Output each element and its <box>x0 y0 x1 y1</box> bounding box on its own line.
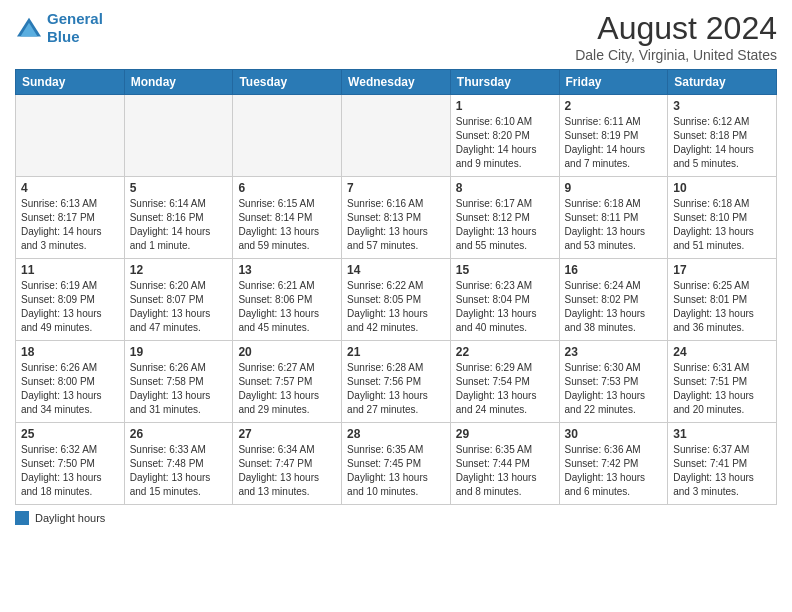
calendar-day-header: Saturday <box>668 70 777 95</box>
cell-date: 16 <box>565 263 663 277</box>
calendar-week-row: 4Sunrise: 6:13 AM Sunset: 8:17 PM Daylig… <box>16 177 777 259</box>
cell-info: Sunrise: 6:19 AM Sunset: 8:09 PM Dayligh… <box>21 279 119 335</box>
cell-date: 1 <box>456 99 554 113</box>
cell-info: Sunrise: 6:34 AM Sunset: 7:47 PM Dayligh… <box>238 443 336 499</box>
cell-info: Sunrise: 6:36 AM Sunset: 7:42 PM Dayligh… <box>565 443 663 499</box>
calendar-cell: 18Sunrise: 6:26 AM Sunset: 8:00 PM Dayli… <box>16 341 125 423</box>
cell-info: Sunrise: 6:29 AM Sunset: 7:54 PM Dayligh… <box>456 361 554 417</box>
cell-info: Sunrise: 6:22 AM Sunset: 8:05 PM Dayligh… <box>347 279 445 335</box>
calendar-cell: 4Sunrise: 6:13 AM Sunset: 8:17 PM Daylig… <box>16 177 125 259</box>
calendar-week-row: 11Sunrise: 6:19 AM Sunset: 8:09 PM Dayli… <box>16 259 777 341</box>
calendar-cell: 16Sunrise: 6:24 AM Sunset: 8:02 PM Dayli… <box>559 259 668 341</box>
calendar-cell: 29Sunrise: 6:35 AM Sunset: 7:44 PM Dayli… <box>450 423 559 505</box>
calendar-day-header: Monday <box>124 70 233 95</box>
calendar-cell: 13Sunrise: 6:21 AM Sunset: 8:06 PM Dayli… <box>233 259 342 341</box>
cell-date: 12 <box>130 263 228 277</box>
cell-date: 8 <box>456 181 554 195</box>
logo-icon <box>15 16 43 40</box>
cell-info: Sunrise: 6:13 AM Sunset: 8:17 PM Dayligh… <box>21 197 119 253</box>
cell-date: 13 <box>238 263 336 277</box>
cell-date: 18 <box>21 345 119 359</box>
cell-info: Sunrise: 6:14 AM Sunset: 8:16 PM Dayligh… <box>130 197 228 253</box>
calendar-cell: 26Sunrise: 6:33 AM Sunset: 7:48 PM Dayli… <box>124 423 233 505</box>
cell-info: Sunrise: 6:35 AM Sunset: 7:45 PM Dayligh… <box>347 443 445 499</box>
calendar-cell: 17Sunrise: 6:25 AM Sunset: 8:01 PM Dayli… <box>668 259 777 341</box>
legend: Daylight hours <box>15 511 777 525</box>
calendar-week-row: 1Sunrise: 6:10 AM Sunset: 8:20 PM Daylig… <box>16 95 777 177</box>
cell-date: 26 <box>130 427 228 441</box>
logo-blue: Blue <box>47 28 80 45</box>
cell-info: Sunrise: 6:18 AM Sunset: 8:11 PM Dayligh… <box>565 197 663 253</box>
cell-info: Sunrise: 6:26 AM Sunset: 8:00 PM Dayligh… <box>21 361 119 417</box>
calendar-cell: 19Sunrise: 6:26 AM Sunset: 7:58 PM Dayli… <box>124 341 233 423</box>
cell-date: 15 <box>456 263 554 277</box>
cell-date: 7 <box>347 181 445 195</box>
cell-date: 21 <box>347 345 445 359</box>
calendar-cell: 21Sunrise: 6:28 AM Sunset: 7:56 PM Dayli… <box>342 341 451 423</box>
calendar-cell: 28Sunrise: 6:35 AM Sunset: 7:45 PM Dayli… <box>342 423 451 505</box>
cell-date: 4 <box>21 181 119 195</box>
cell-date: 2 <box>565 99 663 113</box>
logo-general: General <box>47 10 103 27</box>
header-area: General Blue August 2024 Dale City, Virg… <box>15 10 777 63</box>
cell-date: 14 <box>347 263 445 277</box>
cell-info: Sunrise: 6:15 AM Sunset: 8:14 PM Dayligh… <box>238 197 336 253</box>
logo: General Blue <box>15 10 103 46</box>
cell-info: Sunrise: 6:11 AM Sunset: 8:19 PM Dayligh… <box>565 115 663 171</box>
cell-date: 10 <box>673 181 771 195</box>
cell-date: 6 <box>238 181 336 195</box>
cell-info: Sunrise: 6:31 AM Sunset: 7:51 PM Dayligh… <box>673 361 771 417</box>
calendar-week-row: 25Sunrise: 6:32 AM Sunset: 7:50 PM Dayli… <box>16 423 777 505</box>
cell-date: 22 <box>456 345 554 359</box>
cell-date: 23 <box>565 345 663 359</box>
calendar-cell: 10Sunrise: 6:18 AM Sunset: 8:10 PM Dayli… <box>668 177 777 259</box>
calendar-day-header: Wednesday <box>342 70 451 95</box>
cell-info: Sunrise: 6:16 AM Sunset: 8:13 PM Dayligh… <box>347 197 445 253</box>
calendar-cell: 5Sunrise: 6:14 AM Sunset: 8:16 PM Daylig… <box>124 177 233 259</box>
calendar-cell <box>16 95 125 177</box>
calendar-cell: 12Sunrise: 6:20 AM Sunset: 8:07 PM Dayli… <box>124 259 233 341</box>
calendar-cell: 22Sunrise: 6:29 AM Sunset: 7:54 PM Dayli… <box>450 341 559 423</box>
cell-info: Sunrise: 6:18 AM Sunset: 8:10 PM Dayligh… <box>673 197 771 253</box>
calendar-cell: 30Sunrise: 6:36 AM Sunset: 7:42 PM Dayli… <box>559 423 668 505</box>
cell-info: Sunrise: 6:10 AM Sunset: 8:20 PM Dayligh… <box>456 115 554 171</box>
cell-date: 31 <box>673 427 771 441</box>
calendar-cell: 25Sunrise: 6:32 AM Sunset: 7:50 PM Dayli… <box>16 423 125 505</box>
cell-date: 17 <box>673 263 771 277</box>
title-area: August 2024 Dale City, Virginia, United … <box>575 10 777 63</box>
cell-info: Sunrise: 6:17 AM Sunset: 8:12 PM Dayligh… <box>456 197 554 253</box>
cell-info: Sunrise: 6:30 AM Sunset: 7:53 PM Dayligh… <box>565 361 663 417</box>
cell-date: 30 <box>565 427 663 441</box>
calendar-cell: 31Sunrise: 6:37 AM Sunset: 7:41 PM Dayli… <box>668 423 777 505</box>
calendar: SundayMondayTuesdayWednesdayThursdayFrid… <box>15 69 777 505</box>
cell-date: 3 <box>673 99 771 113</box>
location-title: Dale City, Virginia, United States <box>575 47 777 63</box>
cell-info: Sunrise: 6:23 AM Sunset: 8:04 PM Dayligh… <box>456 279 554 335</box>
calendar-day-header: Sunday <box>16 70 125 95</box>
calendar-cell: 7Sunrise: 6:16 AM Sunset: 8:13 PM Daylig… <box>342 177 451 259</box>
cell-info: Sunrise: 6:28 AM Sunset: 7:56 PM Dayligh… <box>347 361 445 417</box>
logo-text: General Blue <box>47 10 103 46</box>
cell-info: Sunrise: 6:24 AM Sunset: 8:02 PM Dayligh… <box>565 279 663 335</box>
calendar-cell: 27Sunrise: 6:34 AM Sunset: 7:47 PM Dayli… <box>233 423 342 505</box>
calendar-cell: 3Sunrise: 6:12 AM Sunset: 8:18 PM Daylig… <box>668 95 777 177</box>
calendar-cell: 1Sunrise: 6:10 AM Sunset: 8:20 PM Daylig… <box>450 95 559 177</box>
cell-date: 20 <box>238 345 336 359</box>
calendar-cell: 24Sunrise: 6:31 AM Sunset: 7:51 PM Dayli… <box>668 341 777 423</box>
cell-date: 25 <box>21 427 119 441</box>
cell-date: 11 <box>21 263 119 277</box>
calendar-cell: 15Sunrise: 6:23 AM Sunset: 8:04 PM Dayli… <box>450 259 559 341</box>
month-title: August 2024 <box>575 10 777 47</box>
cell-info: Sunrise: 6:26 AM Sunset: 7:58 PM Dayligh… <box>130 361 228 417</box>
cell-info: Sunrise: 6:21 AM Sunset: 8:06 PM Dayligh… <box>238 279 336 335</box>
calendar-cell: 2Sunrise: 6:11 AM Sunset: 8:19 PM Daylig… <box>559 95 668 177</box>
cell-info: Sunrise: 6:12 AM Sunset: 8:18 PM Dayligh… <box>673 115 771 171</box>
cell-date: 24 <box>673 345 771 359</box>
cell-info: Sunrise: 6:35 AM Sunset: 7:44 PM Dayligh… <box>456 443 554 499</box>
calendar-cell: 20Sunrise: 6:27 AM Sunset: 7:57 PM Dayli… <box>233 341 342 423</box>
calendar-cell: 6Sunrise: 6:15 AM Sunset: 8:14 PM Daylig… <box>233 177 342 259</box>
cell-date: 19 <box>130 345 228 359</box>
cell-date: 29 <box>456 427 554 441</box>
calendar-cell: 9Sunrise: 6:18 AM Sunset: 8:11 PM Daylig… <box>559 177 668 259</box>
legend-box <box>15 511 29 525</box>
